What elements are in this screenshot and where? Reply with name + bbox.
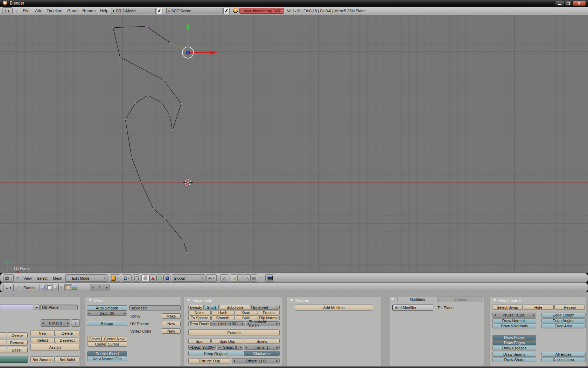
center-cursor-button[interactable]: Center Cursor [87, 341, 127, 347]
clipped-button[interactable] [0, 347, 6, 353]
hide-button[interactable]: Hide [523, 305, 554, 310]
sticky-make-button[interactable]: Make [162, 313, 181, 319]
close-button[interactable]: X [572, 1, 586, 6]
menu-mesh[interactable]: Mesh [53, 274, 62, 282]
active-color-swatch[interactable] [0, 356, 28, 363]
edge-select-mode-button[interactable] [237, 274, 244, 282]
edge-length-toggle[interactable]: Edge Length [541, 313, 586, 318]
collapse-arrow-icon[interactable] [16, 286, 19, 289]
turns-stepper[interactable]: Turns: 1 [244, 345, 280, 350]
extrude-dup-button[interactable]: Extrude Dup [188, 358, 230, 363]
auto-smooth-toggle[interactable]: Auto Smooth [87, 305, 127, 311]
menu-timeline[interactable]: Timeline [47, 7, 62, 15]
buttons-window-type-button[interactable] [3, 284, 14, 291]
material-select-button[interactable]: Select [30, 337, 55, 343]
viewtype-button[interactable] [3, 274, 14, 282]
set-solid-button[interactable]: Set Solid [55, 356, 79, 362]
menu-file[interactable]: File [23, 7, 29, 15]
orientation-dropdown[interactable]: Global [172, 274, 205, 282]
logic-context-button[interactable] [40, 284, 46, 291]
material-assign-button[interactable]: Assign [30, 344, 79, 351]
window-type-button[interactable] [2, 7, 13, 14]
minimize-button[interactable] [555, 1, 564, 6]
occlude-geometry-button[interactable] [251, 274, 257, 282]
script-context-button[interactable] [46, 284, 52, 291]
draw-faces-toggle[interactable]: Draw Faces [492, 335, 536, 340]
menu-game[interactable]: Game [67, 7, 79, 15]
hash-button[interactable]: Hash [211, 310, 234, 315]
fake-user-button[interactable]: F [34, 305, 40, 310]
smooth-button[interactable]: Smooth [211, 315, 234, 320]
beauty-button[interactable]: Beauty [188, 305, 204, 310]
vertex-select-mode-button[interactable] [231, 274, 237, 282]
draw-edges-toggle[interactable]: Draw Edges [492, 340, 536, 345]
face-area-toggle[interactable]: Face Area [541, 323, 586, 328]
center-new-button[interactable]: Center New [102, 336, 127, 341]
uv-texture-new-button[interactable]: New [162, 321, 181, 326]
translate-manipulator-button[interactable] [149, 274, 156, 282]
panel-mesh-tools-1-header[interactable]: Mesh Tools 1 [493, 298, 521, 302]
clipped-button[interactable] [0, 332, 6, 338]
menu-panels[interactable]: Panels [23, 284, 35, 292]
x-axis-mirror-toggle[interactable]: X-axis mirror [541, 357, 586, 362]
menu-select[interactable]: Select [37, 274, 48, 282]
select-swap-button[interactable]: Select Swap [492, 305, 523, 310]
editing-context-button[interactable] [65, 284, 71, 291]
viewport-3d[interactable]: x (1) Plane [0, 15, 588, 273]
extrude-button[interactable]: Extrude [188, 329, 280, 335]
scene-context-button[interactable] [71, 284, 77, 291]
snap-button[interactable] [220, 274, 228, 282]
scene-close-button[interactable] [223, 8, 230, 14]
render-preview-button[interactable] [265, 274, 274, 282]
rotate-manipulator-button[interactable] [156, 274, 163, 282]
limit-stepper[interactable]: Limit: 0.001 [211, 321, 245, 326]
rem-doubles-button[interactable]: Rem Doubl [188, 321, 211, 326]
xsort-button[interactable]: Xsort [234, 310, 257, 315]
proportional-edit-button[interactable] [206, 274, 217, 282]
nsize-stepper[interactable]: NSize: 0.100 [492, 313, 536, 318]
all-edges-toggle[interactable]: All Edges [541, 352, 586, 357]
pivot-button[interactable] [122, 274, 132, 282]
no-vnormal-flip-toggle[interactable]: No V.Normal Flip [87, 356, 127, 361]
menu-view[interactable]: View [23, 274, 32, 282]
to-sphere-button[interactable]: To Sphere [188, 315, 211, 320]
collapse-arrow-icon[interactable] [15, 9, 18, 13]
spin-degr-stepper[interactable]: Degr: 90.00 [188, 345, 216, 350]
draw-seams-toggle[interactable]: Draw Seams [492, 352, 536, 357]
steps-stepper[interactable]: Steps: 9 [217, 345, 243, 350]
spin-button[interactable]: Spin [188, 339, 211, 344]
draw-vnormals-toggle[interactable]: Draw VNormals [492, 323, 536, 328]
draw-creases-toggle[interactable]: Draw Creases [492, 346, 536, 350]
vgroup-desel-button[interactable]: Desel. [7, 347, 28, 353]
menu-add[interactable]: Add [35, 7, 42, 15]
subdivide-button[interactable]: Subdivide [219, 305, 251, 310]
double-sided-toggle[interactable]: Double Sided [87, 351, 127, 356]
viewport-canvas[interactable]: x [0, 15, 588, 273]
add-modifier-button[interactable]: Add Modifier [392, 305, 433, 311]
material-index-stepper[interactable]: 0 Mat 0 [41, 319, 70, 327]
scale-manipulator-button[interactable] [163, 274, 170, 282]
panel-page-stepper[interactable]: 1 [90, 284, 110, 291]
panel-multires-header[interactable]: Multires [290, 298, 309, 302]
object-context-button[interactable] [58, 284, 65, 291]
panel-mesh-header[interactable]: Mesh [89, 298, 104, 302]
edge-angles-toggle[interactable]: Edge Angles [541, 318, 586, 323]
material-deselect-button[interactable]: Deselect [55, 337, 79, 343]
texmesh-field[interactable]: TexMesh: [129, 305, 181, 311]
clipped-button[interactable] [0, 340, 6, 346]
panel-collapse-icon[interactable] [391, 298, 394, 300]
short-toggle[interactable]: Short [204, 305, 219, 310]
center-button[interactable]: Center [87, 336, 102, 341]
screw-button[interactable]: Screw [244, 339, 280, 344]
innervert-dropdown[interactable]: Innervert [251, 305, 280, 310]
offset-stepper[interactable]: Offset: 1.00 [232, 358, 280, 363]
material-new-button[interactable]: New [30, 330, 55, 336]
material-help-button[interactable]: ? [71, 319, 80, 327]
shading-context-button[interactable] [52, 284, 58, 291]
fractal-button[interactable]: Fractal [258, 310, 280, 315]
clockwise-toggle[interactable]: Clockwise [244, 351, 280, 356]
material-delete-button[interactable]: Delete [55, 330, 79, 336]
threshold-stepper[interactable]: Threshold: 0.010 [246, 321, 280, 326]
screen-selector[interactable]: SR:2-Model [111, 8, 156, 14]
draw-normals-toggle[interactable]: Draw Normals [492, 318, 536, 323]
